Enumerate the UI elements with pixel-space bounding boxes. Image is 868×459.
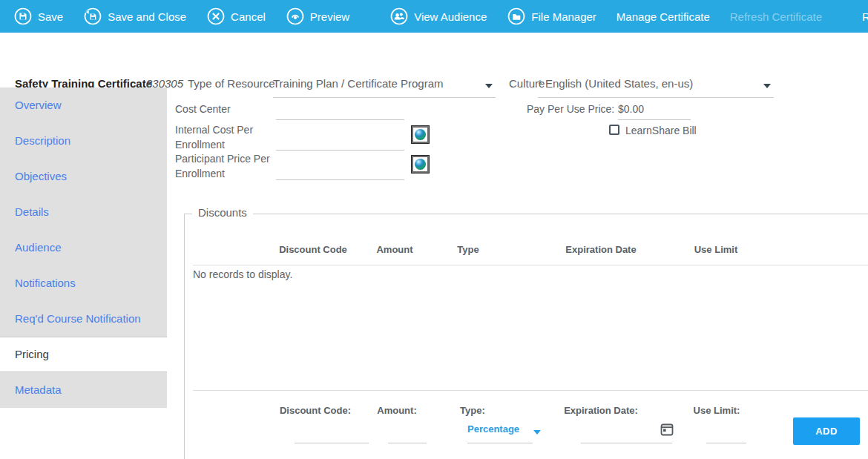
- discount-code-form-label: Discount Code:: [271, 405, 360, 416]
- cancel-icon: [206, 7, 226, 26]
- column-header-type: Type: [424, 244, 513, 255]
- globe-icon: [415, 129, 426, 140]
- sidebar-item-audience[interactable]: Audience: [0, 230, 167, 265]
- refresh-certificate-label: Refresh Certificate: [730, 10, 822, 23]
- sidebar-item-overview[interactable]: Overview: [0, 87, 167, 123]
- revision-control-button[interactable]: Revision Control: [862, 10, 868, 23]
- column-header-expiration-date: Expiration Date: [556, 244, 645, 255]
- use-limit-input[interactable]: [706, 426, 746, 443]
- toolbar: Save Save and Close Cancel Preview View …: [0, 0, 868, 33]
- cancel-button[interactable]: Cancel: [206, 7, 266, 26]
- preview-button[interactable]: Preview: [286, 7, 349, 26]
- column-header-discount-code: Discount Code: [269, 244, 358, 255]
- no-records-text: No records to display.: [193, 268, 292, 280]
- type-of-resource-label: Type of Resource: [188, 77, 275, 90]
- preview-icon: [286, 7, 305, 26]
- manage-certificate-label: Manage Certificate: [617, 10, 710, 23]
- type-of-resource-value: Training Plan / Certificate Program: [273, 77, 444, 90]
- grid-divider: [193, 265, 868, 265]
- expiration-date-form-label: Expiration Date:: [556, 405, 645, 416]
- app-window: Save Save and Close Cancel Preview View …: [0, 0, 868, 459]
- type-of-resource-dropdown[interactable]: Training Plan / Certificate Program: [273, 74, 496, 98]
- audience-icon: [389, 7, 409, 26]
- sidebar: Overview Description Objectives Details …: [0, 87, 167, 408]
- sidebar-item-description[interactable]: Description: [0, 123, 167, 159]
- learnshare-bill-checkbox[interactable]: [609, 125, 619, 135]
- file-manager-label: File Manager: [531, 10, 596, 23]
- save-and-close-icon: [83, 7, 102, 26]
- pay-per-use-label: Pay Per Use Price:: [527, 102, 614, 116]
- folder-icon: [507, 7, 526, 26]
- save-button[interactable]: Save: [13, 7, 63, 26]
- globe-icon: [415, 159, 426, 170]
- revision-control-label: Revision Control: [862, 10, 868, 23]
- sidebar-item-metadata[interactable]: Metadata: [0, 372, 167, 408]
- sidebar-item-notifications[interactable]: Notifications: [0, 265, 167, 301]
- column-header-use-limit: Use Limit: [671, 244, 760, 255]
- save-label: Save: [38, 10, 63, 23]
- view-audience-button[interactable]: View Audience: [389, 7, 487, 26]
- save-and-close-button[interactable]: Save and Close: [83, 7, 186, 26]
- cost-center-input[interactable]: [276, 102, 404, 120]
- cost-center-label: Cost Center: [175, 102, 231, 116]
- chevron-down-icon: [485, 84, 493, 88]
- add-button[interactable]: ADD: [793, 417, 860, 445]
- culture-dropdown[interactable]: * English (United States, en-us): [538, 74, 774, 98]
- type-select[interactable]: [467, 426, 533, 443]
- chevron-down-icon[interactable]: [533, 430, 541, 435]
- page-header: Safety Training Certificate 830305 Type …: [0, 33, 868, 87]
- sidebar-item-pricing[interactable]: Pricing: [0, 337, 167, 372]
- type-form-label: Type:: [460, 405, 504, 416]
- currency-lookup-button[interactable]: [412, 126, 429, 143]
- amount-form-label: Amount:: [352, 405, 441, 416]
- use-limit-form-label: Use Limit:: [672, 405, 761, 416]
- save-and-close-label: Save and Close: [108, 10, 186, 23]
- internal-cost-label: Internal Cost Per Enrollment: [175, 122, 270, 152]
- sidebar-item-details[interactable]: Details: [0, 194, 167, 230]
- sidebar-item-objectives[interactable]: Objectives: [0, 159, 167, 194]
- save-icon: [13, 7, 33, 26]
- participant-price-input[interactable]: [276, 162, 404, 180]
- discounts-legend: Discounts: [192, 206, 253, 219]
- amount-input[interactable]: [388, 426, 427, 443]
- grid-divider: [193, 390, 868, 391]
- learnshare-bill-label: LearnShare Bill: [625, 123, 697, 138]
- sidebar-item-reqd-course-notification[interactable]: Req'd Course Notification: [0, 301, 167, 337]
- culture-value: * English (United States, en-us): [538, 77, 693, 90]
- participant-price-label: Participant Price Per Enrollment: [175, 151, 283, 181]
- preview-label: Preview: [310, 10, 349, 23]
- file-manager-button[interactable]: File Manager: [507, 7, 596, 26]
- refresh-certificate-button: Refresh Certificate: [730, 10, 822, 23]
- discount-code-input[interactable]: [295, 426, 369, 443]
- view-audience-label: View Audience: [414, 10, 487, 23]
- pay-per-use-input[interactable]: [618, 102, 691, 120]
- chevron-down-icon: [763, 84, 771, 88]
- cancel-label: Cancel: [231, 10, 266, 23]
- manage-certificate-button[interactable]: Manage Certificate: [617, 10, 710, 23]
- calendar-icon[interactable]: [660, 423, 674, 436]
- currency-lookup-button[interactable]: [412, 156, 429, 173]
- internal-cost-input[interactable]: [276, 133, 404, 151]
- expiration-date-input[interactable]: [581, 426, 672, 443]
